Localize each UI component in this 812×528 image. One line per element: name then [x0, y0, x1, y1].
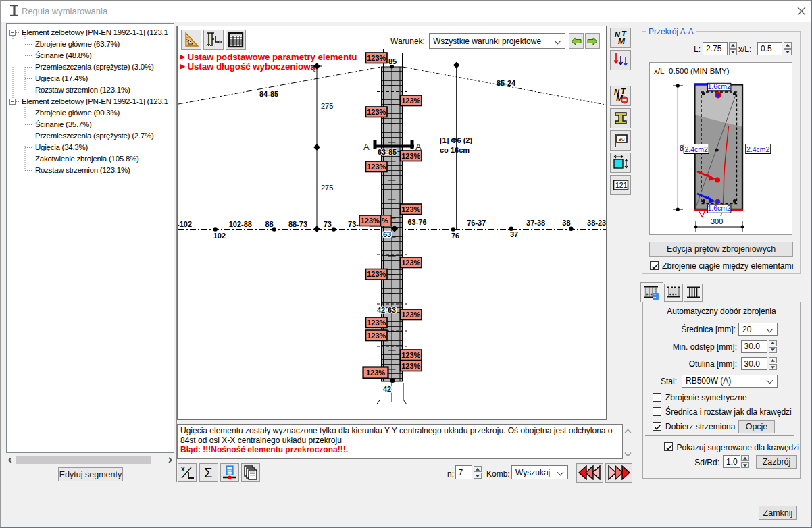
svg-text:123%: 123%	[361, 217, 380, 225]
svg-text:38: 38	[562, 219, 570, 227]
svg-text:123%: 123%	[367, 270, 386, 278]
svg-text:x/L=0.500 (MIN-BMY): x/L=0.500 (MIN-BMY)	[654, 67, 730, 75]
svg-text:[1] Φ6 (2): [1] Φ6 (2)	[440, 136, 472, 144]
svg-text:102-88: 102-88	[229, 220, 252, 228]
svg-text:123%: 123%	[401, 362, 420, 370]
svg-text:102: 102	[213, 232, 226, 240]
svg-text:123%: 123%	[401, 152, 420, 160]
svg-text:123%: 123%	[367, 54, 386, 62]
svg-text:38-23: 38-23	[587, 219, 606, 227]
svg-text:37-38: 37-38	[526, 219, 545, 227]
svg-text:123%: 123%	[367, 332, 386, 340]
svg-text:63: 63	[383, 230, 391, 238]
svg-text:80: 80	[618, 136, 624, 142]
svg-text:123%: 123%	[367, 319, 386, 327]
svg-text:123%: 123%	[401, 259, 420, 267]
svg-text:1.6cm2: 1.6cm2	[707, 82, 731, 90]
svg-text:-102: -102	[178, 220, 192, 228]
svg-text:123%: 123%	[401, 351, 420, 359]
svg-text:88: 88	[265, 220, 273, 228]
svg-text:121: 121	[615, 181, 628, 189]
svg-text:37: 37	[510, 230, 518, 238]
svg-text:123%: 123%	[367, 163, 386, 171]
svg-text:123%: 123%	[367, 108, 386, 116]
svg-text:x: x	[181, 465, 185, 473]
svg-text:275: 275	[321, 102, 333, 110]
svg-text:A: A	[363, 142, 370, 152]
svg-text:88-73: 88-73	[288, 220, 307, 228]
svg-text:73-: 73-	[348, 220, 359, 228]
svg-text:2.4cm2: 2.4cm2	[746, 145, 770, 153]
svg-text:85-24: 85-24	[497, 79, 516, 87]
svg-text:76: 76	[451, 232, 459, 240]
svg-text:42-63: 42-63	[377, 306, 396, 314]
svg-text:73: 73	[324, 220, 332, 228]
svg-text:1.6cm2: 1.6cm2	[707, 204, 731, 212]
svg-text:85: 85	[388, 57, 397, 65]
svg-text:M: M	[618, 36, 626, 46]
svg-text:123%: 123%	[366, 369, 385, 377]
svg-text:123%: 123%	[401, 97, 420, 105]
svg-text:2.4cm2: 2.4cm2	[684, 145, 708, 153]
svg-text:123%: 123%	[401, 311, 420, 319]
svg-text:42: 42	[383, 385, 391, 393]
svg-text:Σ: Σ	[204, 465, 212, 480]
svg-text:76-37: 76-37	[467, 219, 486, 227]
svg-text:co 16cm: co 16cm	[440, 146, 470, 154]
svg-text:84-85: 84-85	[259, 90, 278, 98]
svg-text:123%: 123%	[401, 205, 420, 213]
svg-text:275: 275	[321, 184, 333, 192]
svg-text:63-76: 63-76	[407, 218, 426, 226]
svg-text:%: %	[382, 217, 388, 225]
svg-text:300: 300	[711, 217, 723, 226]
svg-text:63-85: 63-85	[378, 148, 397, 156]
